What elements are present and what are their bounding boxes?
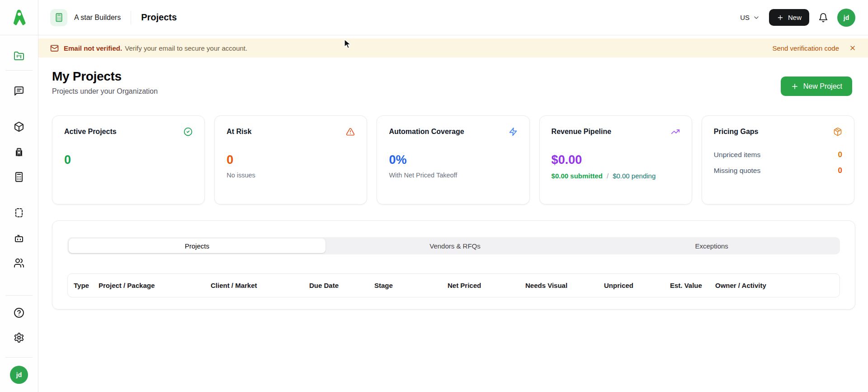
stat-note: No issues — [226, 172, 355, 179]
send-verification-link[interactable]: Send verification code — [772, 44, 839, 52]
tab-exceptions[interactable]: Exceptions — [583, 237, 840, 254]
org-name[interactable]: A star Builders — [74, 14, 121, 22]
gap-label: Missing quotes — [714, 167, 760, 175]
notifications-bell-icon[interactable] — [818, 13, 828, 23]
sidebar-item-automation[interactable] — [10, 229, 28, 248]
stat-card-active-projects: Active Projects 0 — [52, 115, 205, 205]
pricing-gap-row: Unpriced items 0 — [714, 150, 842, 159]
column-header-type: Type — [74, 282, 99, 289]
help-circle-icon — [14, 307, 24, 318]
stat-value: 0% — [389, 153, 517, 167]
stat-title: At Risk — [226, 128, 251, 136]
revenue-separator: / — [607, 172, 609, 180]
box-icon — [14, 121, 24, 132]
plus-icon — [791, 82, 799, 91]
gap-label: Unpriced items — [714, 151, 760, 159]
stat-note: With Net Priced Takeoff — [389, 172, 517, 179]
sidebar-item-settings[interactable] — [10, 329, 28, 347]
gap-value: 0 — [838, 150, 842, 159]
stat-title: Active Projects — [64, 128, 117, 136]
sidebar-divider — [5, 295, 33, 296]
sidebar-item-vendors[interactable] — [10, 143, 28, 161]
column-header-due-date: Due Date — [309, 282, 374, 289]
drafting-compass-icon — [9, 8, 28, 27]
message-square-icon — [14, 86, 24, 96]
users-icon — [14, 258, 24, 268]
calculator-icon — [14, 172, 24, 182]
column-header-unpriced: Unpriced — [604, 282, 670, 289]
package-icon — [833, 127, 842, 136]
new-project-label: New Project — [803, 82, 842, 91]
sidebar-item-projects[interactable] — [10, 47, 28, 65]
page-heading: My Projects — [52, 69, 158, 84]
top-bar: A star Builders Projects US New jd — [38, 0, 868, 35]
header-divider — [131, 11, 131, 24]
chevron-down-icon — [753, 14, 760, 21]
building-icon — [14, 147, 24, 158]
stat-value: 0 — [226, 153, 355, 167]
column-header-project-package: Project / Package — [99, 282, 211, 289]
stat-title: Automation Coverage — [389, 128, 464, 136]
stat-card-pricing-gaps: Pricing Gaps Unpriced items 0 Missing qu… — [702, 115, 854, 205]
revenue-submitted: $0.00 submitted — [552, 172, 603, 180]
table-header-row: Type Project / Package Client / Market D… — [67, 273, 840, 297]
sidebar-avatar-initials: jd — [16, 371, 22, 378]
user-avatar[interactable]: jd — [837, 9, 855, 27]
column-header-needs-visual: Needs Visual — [525, 282, 604, 289]
stat-title: Revenue Pipeline — [552, 128, 612, 136]
bot-icon — [14, 233, 24, 244]
org-chip[interactable] — [50, 9, 67, 26]
avatar-initials: jd — [844, 14, 849, 21]
column-header-owner-activity: Owner / Activity — [715, 282, 834, 289]
sidebar-divider — [5, 70, 33, 71]
app-logo[interactable] — [0, 0, 38, 35]
tab-vendors-rfqs[interactable]: Vendors & RFQs — [327, 237, 584, 254]
new-button[interactable]: New — [769, 9, 809, 26]
revenue-pending: $0.00 pending — [613, 172, 656, 180]
sidebar-divider — [5, 357, 33, 358]
stat-value: $0.00 — [552, 153, 680, 167]
sidebar-item-takeoff[interactable] — [10, 204, 28, 222]
stat-card-revenue-pipeline: Revenue Pipeline $0.00 $0.00 submitted /… — [539, 115, 692, 205]
banner-close-icon[interactable] — [849, 44, 856, 52]
pricing-gap-row: Missing quotes 0 — [714, 166, 842, 175]
email-verification-banner: Email not verified. Verify your email to… — [38, 38, 868, 57]
gear-icon — [14, 332, 24, 343]
sidebar-item-estimates[interactable] — [10, 168, 28, 186]
tab-projects[interactable]: Projects — [69, 239, 326, 253]
circle-check-icon — [184, 127, 193, 136]
column-header-net-priced: Net Priced — [448, 282, 525, 289]
mail-icon — [50, 44, 59, 53]
stat-card-automation-coverage: Automation Coverage 0% With Net Priced T… — [377, 115, 529, 205]
projects-panel: Projects Vendors & RFQs Exceptions Type … — [52, 220, 855, 310]
stat-title: Pricing Gaps — [714, 128, 759, 136]
calculator-icon — [54, 13, 64, 22]
new-button-label: New — [788, 14, 802, 21]
page-title-breadcrumb: Projects — [141, 12, 177, 23]
sidebar-item-team[interactable] — [10, 254, 28, 272]
sidebar-item-messages[interactable] — [10, 82, 28, 100]
stats-row: Active Projects 0 At Risk 0 No issues Au… — [52, 115, 854, 205]
sidebar-item-packages[interactable] — [10, 118, 28, 136]
tab-bar: Projects Vendors & RFQs Exceptions — [67, 237, 840, 254]
region-value: US — [740, 14, 750, 21]
column-header-stage: Stage — [374, 282, 448, 289]
banner-message: Verify your email to secure your account… — [125, 44, 247, 52]
column-header-client-market: Client / Market — [211, 282, 309, 289]
plus-icon — [777, 14, 784, 21]
column-header-est-value: Est. Value — [670, 282, 715, 289]
sidebar-item-help[interactable] — [10, 304, 28, 322]
folder-kanban-icon — [14, 51, 24, 62]
region-selector[interactable]: US — [740, 14, 760, 21]
sidebar: jd — [0, 0, 38, 392]
page-subheading: Projects under your Organization — [52, 87, 158, 96]
new-project-button[interactable]: New Project — [781, 76, 852, 96]
selection-area-icon — [14, 207, 24, 218]
zap-icon — [509, 127, 518, 136]
gap-value: 0 — [838, 166, 842, 175]
banner-title: Email not verified. — [64, 44, 122, 52]
alert-triangle-icon — [346, 127, 355, 136]
main-content: My Projects Projects under your Organiza… — [38, 57, 868, 392]
trending-up-icon — [671, 127, 680, 136]
sidebar-user-avatar[interactable]: jd — [10, 366, 28, 384]
